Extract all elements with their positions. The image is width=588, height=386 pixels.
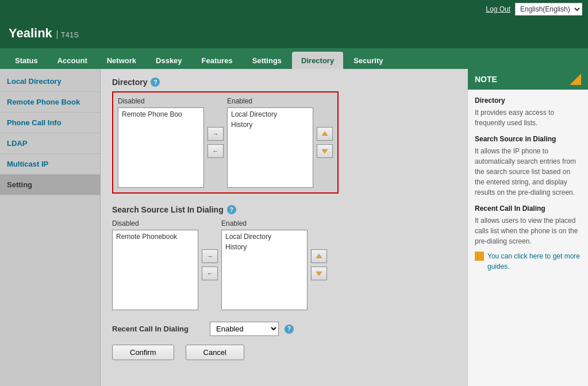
note-text-recent: It allows users to view the placed calls… <box>475 215 581 246</box>
recent-call-row: Recent Call In Dialing Enabled Disabled … <box>112 322 456 336</box>
tab-security[interactable]: Security <box>344 52 392 69</box>
note-link-text[interactable]: You can click here to get more guides. <box>487 251 581 272</box>
search-transfer-buttons: → ← <box>202 249 218 280</box>
directory-enabled-group: Enabled Local Directory History <box>227 97 313 188</box>
recent-call-select[interactable]: Enabled Disabled <box>210 322 279 336</box>
recent-call-help-icon[interactable]: ? <box>285 325 294 334</box>
list-item[interactable]: Remote Phone Boo <box>120 109 202 119</box>
search-enabled-label: Enabled <box>221 219 308 227</box>
sidebar-item-setting[interactable]: Setting <box>0 175 100 195</box>
note-section-title-search: Search Source in Dialing <box>475 134 581 144</box>
cancel-button[interactable]: Cancel <box>186 345 244 360</box>
search-move-left-button[interactable]: ← <box>202 267 218 280</box>
directory-move-up-button[interactable] <box>317 127 333 141</box>
sidebar: Local Directory Remote Phone Book Phone … <box>0 69 101 386</box>
search-help-icon[interactable]: ? <box>227 205 236 214</box>
note-link-icon <box>475 252 484 261</box>
note-link-row: You can click here to get more guides. <box>475 251 581 272</box>
search-move-right-button[interactable]: → <box>202 249 218 263</box>
tab-features[interactable]: Features <box>193 52 242 69</box>
language-select[interactable]: English(English) <box>515 3 582 16</box>
header: Yealink T41S <box>0 18 588 48</box>
note-panel: NOTE Directory It provides easy access t… <box>467 69 588 386</box>
brand-name: Yealink <box>9 26 52 41</box>
tab-settings[interactable]: Settings <box>243 52 291 69</box>
search-move-up-button[interactable] <box>311 249 327 263</box>
tab-directory[interactable]: Directory <box>292 52 343 69</box>
sidebar-item-phone-call-info[interactable]: Phone Call Info <box>0 113 100 133</box>
main-layout: Local Directory Remote Phone Book Phone … <box>0 69 588 386</box>
search-move-down-button[interactable] <box>311 267 327 280</box>
sidebar-item-remote-phone-book[interactable]: Remote Phone Book <box>0 92 100 113</box>
search-disabled-group: Disabled Remote Phonebook <box>112 219 198 310</box>
search-section: Search Source List In Dialing ? Disabled… <box>112 205 456 310</box>
note-content: Directory It provides easy access to fre… <box>468 90 588 277</box>
search-lists: Disabled Remote Phonebook → ← Enabled Lo… <box>112 219 327 310</box>
search-enabled-group: Enabled Local Directory History <box>221 219 308 310</box>
note-text-directory: It provides easy access to frequently us… <box>475 107 581 128</box>
search-disabled-list[interactable]: Remote Phonebook <box>112 230 198 310</box>
directory-section: Directory ? Disabled Remote Phone Boo → … <box>112 78 456 194</box>
list-item[interactable]: Local Directory <box>223 231 306 242</box>
note-header: NOTE <box>468 69 588 90</box>
search-section-title: Search Source List In Dialing ? <box>112 205 456 214</box>
note-corner-decoration <box>570 74 581 85</box>
search-order-buttons <box>311 249 327 280</box>
tab-account[interactable]: Account <box>48 52 97 69</box>
note-section-title-recent: Recent Call In Dialing <box>475 203 581 214</box>
search-enabled-list[interactable]: Local Directory History <box>221 230 308 310</box>
directory-box: Disabled Remote Phone Boo → ← Enabled Lo… <box>112 91 339 194</box>
tab-dsskey[interactable]: Dsskey <box>147 52 191 69</box>
sidebar-item-ldap[interactable]: LDAP <box>0 133 100 154</box>
nav-tabs: Status Account Network Dsskey Features S… <box>0 48 588 69</box>
search-disabled-label: Disabled <box>112 219 198 227</box>
bottom-buttons: Confirm Cancel <box>112 345 456 360</box>
tab-status[interactable]: Status <box>6 52 47 69</box>
sidebar-item-local-directory[interactable]: Local Directory <box>0 71 100 92</box>
list-item[interactable]: History <box>223 242 306 252</box>
content-area: Directory ? Disabled Remote Phone Boo → … <box>101 69 467 386</box>
top-bar: Log Out English(English) <box>0 0 588 18</box>
directory-order-buttons <box>317 127 333 158</box>
search-box: Disabled Remote Phonebook → ← Enabled Lo… <box>112 219 327 310</box>
directory-disabled-group: Disabled Remote Phone Boo <box>118 97 204 188</box>
directory-lists: Disabled Remote Phone Boo → ← Enabled Lo… <box>118 97 333 188</box>
directory-disabled-list[interactable]: Remote Phone Boo <box>118 107 204 188</box>
recent-call-label: Recent Call In Dialing <box>112 325 204 333</box>
directory-enabled-list[interactable]: Local Directory History <box>227 107 313 188</box>
directory-move-down-button[interactable] <box>317 144 333 158</box>
note-text-search: It allows the IP phone to automatically … <box>475 146 581 198</box>
directory-transfer-buttons: → ← <box>207 127 224 158</box>
list-item[interactable]: History <box>229 119 312 130</box>
model-name: T41S <box>57 30 79 39</box>
list-item[interactable]: Remote Phonebook <box>114 231 197 242</box>
directory-help-icon[interactable]: ? <box>151 78 160 87</box>
directory-enabled-label: Enabled <box>227 97 313 105</box>
logo: Yealink T41S <box>9 26 79 41</box>
directory-move-right-button[interactable]: → <box>207 127 224 141</box>
note-section-title-directory: Directory <box>475 95 581 106</box>
sidebar-item-multicast-ip[interactable]: Multicast IP <box>0 154 100 175</box>
directory-move-left-button[interactable]: ← <box>207 144 224 158</box>
logout-button[interactable]: Log Out <box>486 5 510 13</box>
directory-disabled-label: Disabled <box>118 97 204 105</box>
directory-section-title: Directory ? <box>112 78 456 87</box>
list-item[interactable]: Local Directory <box>229 109 312 119</box>
tab-network[interactable]: Network <box>98 52 145 69</box>
confirm-button[interactable]: Confirm <box>112 345 174 360</box>
